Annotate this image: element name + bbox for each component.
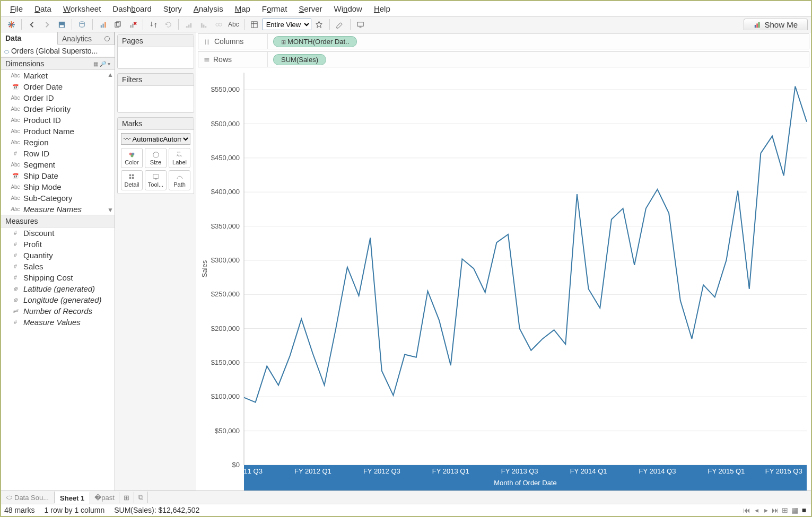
mark-label-button[interactable]: Abc123Label [169,148,190,168]
menu-story[interactable]: Story [158,3,188,15]
new-worksheet-tab[interactable]: �past [90,492,119,503]
dimension-field-market[interactable]: AbcMarket [1,70,115,81]
nav-next-icon[interactable]: ▸ [762,506,770,514]
measure-field-profit[interactable]: #Profit [1,239,115,250]
marks-title: Marks [118,118,194,130]
datasource-tab[interactable]: ⬭Data Sou... [1,492,55,503]
measure-field-latitude-generated-[interactable]: ⊕Latitude (generated) [1,283,115,294]
swap-icon[interactable] [146,19,160,30]
measure-field-number-of-records[interactable]: ⧣Number of Records [1,305,115,317]
view-filmstrip-icon[interactable]: ▦ [791,506,798,514]
refresh-icon[interactable] [161,19,175,30]
dimension-field-order-priority[interactable]: AbcOrder Priority [1,103,115,115]
svg-point-20 [215,23,219,26]
logo-icon[interactable] [4,19,18,30]
mark-tool-button[interactable]: Tool... [145,170,167,190]
menu-file[interactable]: File [4,3,29,15]
measure-field-longitude-generated-[interactable]: ⊕Longitude (generated) [1,294,115,305]
menu-dashboard[interactable]: Dashboard [107,3,157,15]
dimensions-menu-icon[interactable]: ▦ 🔎 ▾ [93,61,110,67]
svg-text:$400,000: $400,000 [211,188,240,196]
menu-format[interactable]: Format [256,3,293,15]
rows-pill[interactable]: SUM(Sales) [273,54,326,65]
svg-point-33 [153,152,159,157]
nav-last-icon[interactable]: ⏭ [772,506,779,514]
rows-shelf[interactable]: ≣Rows SUM(Sales) [198,51,809,67]
status-bar: 48 marks 1 row by 1 column SUM(Sales): $… [1,504,811,516]
dimension-field-product-name[interactable]: AbcProduct Name [1,126,115,137]
show-me-button[interactable]: Show Me [744,19,808,30]
dimension-field-sub-category[interactable]: AbcSub-Category [1,192,115,204]
scroll-down-icon[interactable]: ▼ [107,206,113,214]
abc-icon: Abc [11,117,20,123]
menu-help[interactable]: Help [368,3,396,15]
mark-size-button[interactable]: Size [145,148,167,168]
sheet1-tab[interactable]: Sheet 1 [55,492,90,504]
new-dashboard-tab[interactable]: ⊞ [119,492,134,503]
new-worksheet-icon[interactable] [96,19,110,30]
dimension-field-ship-date[interactable]: 📅Ship Date [1,170,115,181]
dimension-field-order-date[interactable]: 📅Order Date [1,81,115,92]
group-icon[interactable] [212,19,225,30]
clear-sheet-icon[interactable] [126,19,139,30]
menu-worksheet[interactable]: Worksheet [57,3,107,15]
measure-field-discount[interactable]: #Discount [1,227,115,239]
view-tabs-icon[interactable]: ⊞ [781,506,789,514]
view-full-icon[interactable]: ■ [800,506,808,514]
menu-analysis[interactable]: Analysis [188,3,229,15]
line-chart[interactable]: $0$50,000$100,000$150,000$200,000$250,00… [196,68,811,490]
highlight-icon[interactable] [333,19,347,30]
svg-rect-29 [758,22,760,28]
mark-color-button[interactable]: Color [121,148,143,168]
view-mode-select[interactable]: Entire View [263,19,311,30]
nav-prev-icon[interactable]: ◂ [753,506,760,514]
columns-pill[interactable]: MONTH(Order Dat.. [273,36,357,47]
analytics-tab[interactable]: Analytics [58,32,115,45]
columns-shelf[interactable]: ⫼Columns MONTH(Order Dat.. [198,33,809,49]
mark-type-select[interactable]: 〰 AutomaticAutomatic [121,133,190,145]
svg-text:FY 2015 Q3: FY 2015 Q3 [765,467,802,475]
save-icon[interactable] [55,19,68,30]
dimension-field-order-id[interactable]: AbcOrder ID [1,92,115,103]
svg-text:FY 2012 Q1: FY 2012 Q1 [294,467,331,475]
svg-rect-14 [186,26,187,28]
filters-card[interactable]: Filters [117,73,194,113]
menu-server[interactable]: Server [293,3,328,15]
dimension-field-row-id[interactable]: #Row ID [1,148,115,159]
measure-field-measure-values[interactable]: #Measure Values [1,317,115,328]
sort-asc-icon[interactable] [182,19,196,30]
dimension-field-ship-mode[interactable]: AbcShip Mode [1,181,115,192]
mark-detail-button[interactable]: Detail [121,170,143,190]
abc-icon: Abc [11,73,20,78]
totals-icon[interactable] [248,19,261,30]
svg-point-32 [130,154,133,157]
duplicate-sheet-icon[interactable] [111,19,125,30]
scroll-up-icon[interactable]: ▲ [107,71,113,78]
datasource-name[interactable]: ⬭ Orders (Global Supersto... [1,45,115,57]
new-datasource-icon[interactable] [75,19,89,30]
dimension-field-product-id[interactable]: AbcProduct ID [1,115,115,126]
data-tab[interactable]: Data [1,32,58,45]
dimension-field-region[interactable]: AbcRegion [1,137,115,148]
menu-window[interactable]: Window [328,3,368,15]
mark-path-button[interactable]: Path [169,170,190,190]
pin-icon[interactable] [312,19,326,30]
presentation-icon[interactable] [354,19,368,30]
show-me-label: Show Me [764,20,798,29]
forward-icon[interactable] [40,19,54,30]
globe-icon: ⊕ [11,286,20,292]
show-labels-icon[interactable]: Abc [226,19,241,30]
measure-field-sales[interactable]: #Sales [1,261,115,272]
back-icon[interactable] [25,19,39,30]
pages-card[interactable]: Pages [117,34,194,69]
dimension-field-measure-names[interactable]: AbcMeasure Names [1,204,115,215]
dimension-field-segment[interactable]: AbcSegment [1,159,115,170]
sort-desc-icon[interactable] [197,19,211,30]
new-story-tab[interactable]: ⧉ [134,492,148,503]
measure-field-quantity[interactable]: #Quantity [1,250,115,261]
menu-map[interactable]: Map [229,3,256,15]
nav-first-icon[interactable]: ⏮ [743,506,750,514]
menu-data[interactable]: Data [29,3,57,15]
menu-bar: File Data Worksheet Dashboard Story Anal… [1,1,811,17]
measure-field-shipping-cost[interactable]: #Shipping Cost [1,272,115,283]
